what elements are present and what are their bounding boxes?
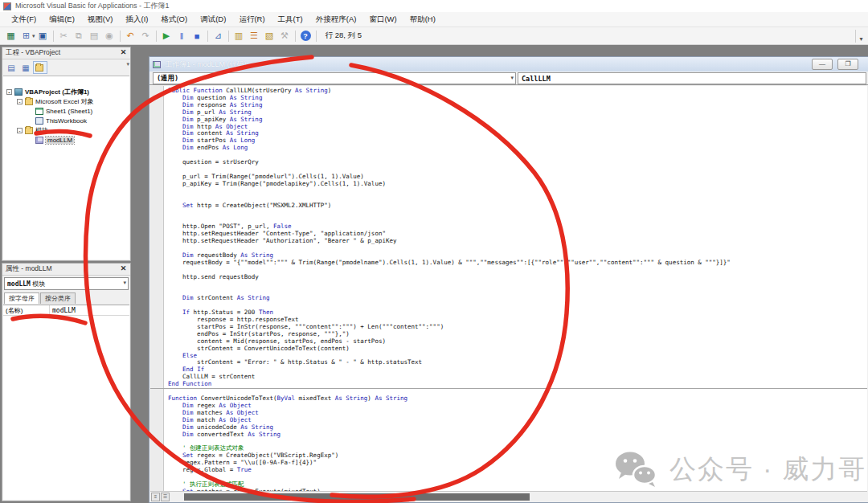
tree-expander-icon[interactable]: -: [17, 99, 23, 104]
menu-item[interactable]: 帮助(H): [403, 13, 442, 27]
procedure-view-button[interactable]: ≡: [151, 493, 160, 501]
tree-item-thisworkbook[interactable]: ThisWorkbook: [3, 116, 129, 125]
code-line: strContent = "Error: " & http.Status & "…: [168, 359, 867, 366]
code-window: 工作簿1 - modLLM (代码) — ❐ (通用) ▾ CallLLM Pu…: [149, 56, 868, 503]
toolbar-separator: [156, 31, 157, 42]
full-module-view-button[interactable]: ☰: [161, 493, 170, 501]
menu-item[interactable]: 工具(T): [272, 13, 309, 27]
paste-icon: ▤: [88, 29, 101, 43]
properties-window-icon[interactable]: ☰: [248, 29, 261, 43]
code-window-title: 工作簿1 - modLLM (代码): [165, 59, 247, 70]
break-icon[interactable]: ‖: [175, 29, 189, 43]
find-icon: ◉: [103, 29, 117, 43]
code-line: http.setRequestHeader "Authorization", "…: [168, 238, 867, 245]
code-combo-row: (通用) ▾ CallLLM: [149, 72, 868, 85]
toolbar-separator: [295, 31, 296, 42]
code-line: Dim p_url As String: [168, 109, 867, 117]
project-explorer-icon[interactable]: ▥: [232, 29, 246, 43]
scrollbar-thumb[interactable]: [184, 493, 530, 501]
code-line: Function ConvertUnicodeToText(ByVal mixe…: [168, 395, 867, 403]
help-icon[interactable]: ?: [301, 31, 311, 41]
menu-item[interactable]: 文件(F): [5, 13, 43, 27]
minimize-button[interactable]: —: [812, 59, 833, 70]
menu-item[interactable]: 视图(V): [81, 13, 120, 27]
menu-item[interactable]: 外接程序(A): [309, 13, 363, 27]
menu-item[interactable]: 运行(R): [232, 13, 271, 27]
menu-item[interactable]: 编辑(E): [43, 13, 81, 27]
chevron-down-icon: ▾: [510, 75, 514, 81]
procedure-dropdown[interactable]: CallLLM: [518, 72, 866, 84]
vbe-app-icon: [3, 2, 11, 10]
redo-icon: ↷: [139, 29, 153, 43]
code-line: Dim question As String: [168, 95, 867, 102]
panel-toolbar-overflow-icon[interactable]: ▾: [126, 61, 129, 67]
menu-item[interactable]: 插入(I): [119, 13, 154, 27]
tab-categorized[interactable]: 按分类序: [40, 292, 76, 304]
tree-item-label: Microsoft Excel 对象: [35, 97, 93, 106]
property-value[interactable]: modLLM: [50, 307, 76, 314]
code-line: Dim regex As Object: [168, 403, 867, 410]
toggle-folders-icon[interactable]: [33, 61, 47, 74]
code-line: Dim convertedText As String: [168, 431, 867, 439]
code-line: Public Function CallLLM(strUserQry As St…: [168, 88, 867, 95]
code-line: requestBody = "{""model"":""" & Trim(Ran…: [168, 260, 867, 267]
tree-item--[interactable]: -模块: [3, 125, 129, 135]
selected-object-type: 模块: [31, 280, 45, 288]
menu-item[interactable]: 调试(D): [194, 13, 232, 27]
view-code-icon[interactable]: ▤: [4, 61, 18, 74]
watermark: 公众号 · 威力哥: [613, 450, 866, 489]
design-mode-icon[interactable]: ⊿: [211, 29, 225, 43]
view-object-icon[interactable]: ▦: [18, 61, 33, 74]
property-name: (名称): [3, 305, 50, 315]
code-window-titlebar[interactable]: 工作簿1 - modLLM (代码) — ❐: [149, 57, 868, 72]
tree-item-microsoft-excel-[interactable]: -Microsoft Excel 对象: [3, 96, 129, 106]
close-icon[interactable]: ✕: [118, 264, 129, 274]
view-excel-icon[interactable]: ▦: [4, 29, 18, 43]
folder-icon: [25, 98, 33, 105]
tree-item-modllm[interactable]: modLLM: [3, 135, 129, 145]
code-line: [168, 152, 867, 159]
toolbox-icon: ⚒: [278, 29, 292, 43]
cursor-position-label: 行 28, 列 5: [326, 31, 362, 41]
tree-item-sheet1-sheet1-[interactable]: Sheet1 (Sheet1): [3, 106, 129, 116]
save-icon[interactable]: ▣: [36, 29, 50, 43]
toolbar-separator: [228, 31, 229, 42]
run-icon[interactable]: ▶: [160, 29, 174, 43]
code-line: Set http = CreateObject("MSXML2.XMLHTTP"…: [168, 202, 867, 210]
tree-item-vbaproject-1-[interactable]: -VBAProject (工作簿1): [3, 87, 129, 96]
code-line: strContent = ConvertUnicodeToText(conten…: [168, 346, 867, 353]
properties-object-selector[interactable]: modLLM 模块 ▾: [4, 277, 129, 290]
code-line: [168, 280, 867, 288]
menu-item[interactable]: 窗口(W): [362, 13, 403, 27]
chevron-down-icon[interactable]: ▾: [32, 33, 35, 39]
toolbar-overflow-button[interactable]: ▾: [855, 30, 866, 43]
project-panel-title: 工程 - VBAProject: [6, 48, 118, 58]
close-icon[interactable]: ✕: [118, 48, 129, 58]
object-dropdown[interactable]: (通用) ▾: [153, 72, 516, 84]
breakpoint-margin[interactable]: [150, 86, 164, 491]
code-line: [168, 288, 867, 295]
object-browser-icon[interactable]: ▧: [263, 29, 276, 43]
chevron-down-icon: ▾: [123, 280, 126, 286]
folder-icon: [35, 64, 43, 72]
code-editor[interactable]: Public Function CallLLM(strUserQry As St…: [150, 86, 867, 491]
insert-userform-icon[interactable]: ⊞: [19, 29, 33, 43]
restore-button[interactable]: ❐: [837, 59, 858, 70]
code-line: Dim http As Object: [168, 124, 867, 131]
project-panel-toolbar: ▤ ▦ ▾: [2, 59, 130, 76]
tree-expander-icon[interactable]: -: [6, 89, 12, 95]
property-row[interactable]: (名称)modLLM: [3, 305, 129, 316]
code-line: question = strUserQry: [168, 159, 867, 166]
undo-icon[interactable]: ↶: [124, 29, 137, 43]
module-icon: [35, 137, 43, 144]
project-tree: -VBAProject (工作簿1)-Microsoft Excel 对象She…: [3, 76, 129, 260]
reset-icon[interactable]: ■: [190, 29, 204, 43]
tree-expander-icon[interactable]: -: [17, 128, 23, 133]
properties-panel: 属性 - modLLM ✕ modLLM 模块 ▾ 按字母序 按分类序 (名称)…: [2, 263, 131, 501]
selected-object-name: modLLM: [7, 280, 31, 288]
tab-alphabetic[interactable]: 按字母序: [4, 292, 39, 304]
menu-item[interactable]: 格式(O): [154, 13, 194, 27]
sheet-icon: [35, 108, 43, 115]
code-line: End Function: [168, 381, 867, 388]
horizontal-scrollbar[interactable]: ≡ ☰: [150, 491, 867, 501]
